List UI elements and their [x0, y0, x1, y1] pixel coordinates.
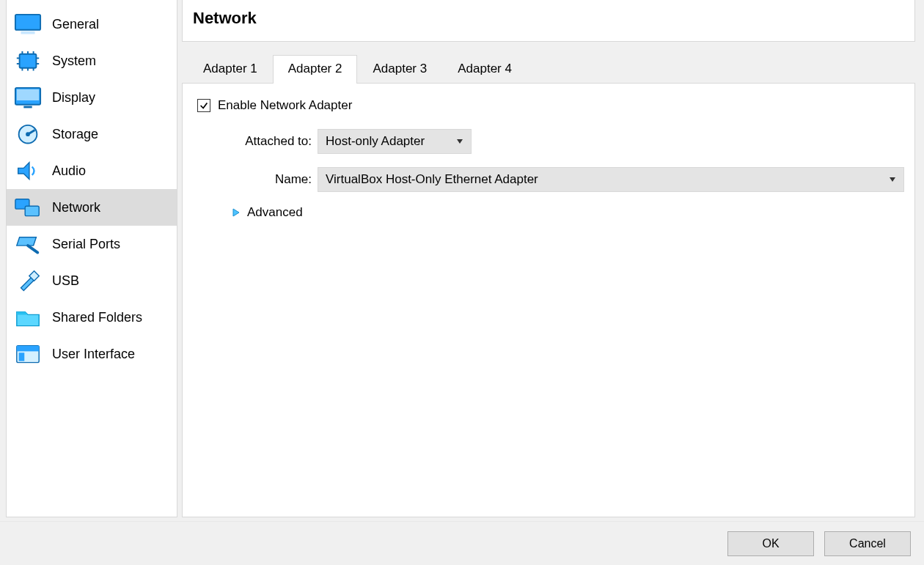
- disk-icon: [14, 123, 42, 145]
- advanced-label: Advanced: [247, 205, 303, 220]
- enable-adapter-row: Enable Network Adapter: [193, 98, 904, 113]
- chip-icon: [14, 50, 42, 72]
- speaker-icon: [14, 160, 42, 182]
- svg-rect-20: [25, 206, 39, 215]
- adapter-panel: Enable Network Adapter Attached to: Host…: [182, 83, 915, 517]
- sidebar-item-label: Serial Ports: [52, 237, 120, 252]
- name-label: Name:: [193, 172, 318, 187]
- sidebar-item-network[interactable]: Network: [7, 189, 177, 226]
- tab-adapter-3[interactable]: Adapter 3: [357, 55, 442, 84]
- svg-rect-15: [17, 89, 39, 100]
- sidebar-item-label: Storage: [52, 127, 98, 142]
- chevron-down-icon: [889, 177, 896, 182]
- usb-icon: [14, 270, 42, 292]
- tab-adapter-2[interactable]: Adapter 2: [273, 55, 358, 84]
- svg-rect-3: [20, 54, 37, 68]
- cancel-button[interactable]: Cancel: [824, 531, 911, 556]
- monitor-icon: [14, 13, 42, 35]
- settings-window: General System Display Storage: [0, 0, 924, 565]
- folder-icon: [14, 306, 42, 328]
- attached-to-label: Attached to:: [193, 134, 318, 149]
- tab-adapter-1[interactable]: Adapter 1: [188, 55, 273, 84]
- sidebar-item-audio[interactable]: Audio: [7, 152, 177, 189]
- sidebar-item-label: USB: [52, 273, 79, 289]
- sidebar-item-system[interactable]: System: [7, 43, 177, 79]
- ok-button[interactable]: OK: [727, 531, 814, 556]
- name-row: Name: VirtualBox Host-Only Ethernet Adap…: [193, 167, 904, 192]
- adapter-tabs: Adapter 1 Adapter 2 Adapter 3 Adapter 4: [182, 55, 915, 84]
- sidebar-item-label: Display: [52, 90, 95, 106]
- dialog-footer: OK Cancel: [0, 521, 924, 565]
- sidebar-item-label: General: [52, 17, 99, 32]
- attached-to-select[interactable]: Host-only Adapter: [318, 129, 472, 154]
- display-icon: [14, 86, 42, 108]
- body-area: General System Display Storage: [0, 0, 924, 517]
- svg-rect-2: [21, 32, 35, 34]
- sidebar-item-usb[interactable]: USB: [7, 262, 177, 299]
- sidebar-item-serial-ports[interactable]: Serial Ports: [7, 226, 177, 262]
- settings-sidebar: General System Display Storage: [6, 0, 177, 517]
- check-icon: [199, 100, 209, 111]
- enable-adapter-checkbox[interactable]: [197, 99, 210, 112]
- sidebar-item-label: Shared Folders: [52, 310, 142, 325]
- network-icon: [14, 196, 42, 218]
- advanced-toggle[interactable]: Advanced: [193, 205, 904, 220]
- page-title: Network: [193, 9, 904, 28]
- attached-to-row: Attached to: Host-only Adapter: [193, 129, 904, 154]
- adapter-name-value: VirtualBox Host-Only Ethernet Adapter: [326, 172, 538, 187]
- svg-rect-23: [17, 346, 39, 352]
- chevron-down-icon: [456, 139, 463, 144]
- ui-icon: [14, 343, 42, 365]
- page-header: Network: [182, 0, 915, 42]
- triangle-right-icon: [231, 207, 241, 218]
- sidebar-item-label: System: [52, 53, 96, 69]
- attached-to-value: Host-only Adapter: [326, 134, 425, 149]
- serial-icon: [14, 233, 42, 255]
- sidebar-item-display[interactable]: Display: [7, 79, 177, 116]
- sidebar-item-general[interactable]: General: [7, 6, 177, 43]
- enable-adapter-label: Enable Network Adapter: [218, 98, 352, 113]
- sidebar-item-label: Network: [52, 200, 100, 215]
- svg-rect-0: [15, 15, 40, 30]
- sidebar-item-shared-folders[interactable]: Shared Folders: [7, 299, 177, 336]
- sidebar-item-user-interface[interactable]: User Interface: [7, 336, 177, 372]
- sidebar-item-storage[interactable]: Storage: [7, 116, 177, 152]
- adapter-name-select[interactable]: VirtualBox Host-Only Ethernet Adapter: [318, 167, 904, 192]
- svg-rect-16: [23, 106, 32, 108]
- tab-adapter-4[interactable]: Adapter 4: [442, 55, 527, 84]
- sidebar-item-label: Audio: [52, 163, 86, 179]
- content-frame: Network Adapter 1 Adapter 2 Adapter 3 Ad…: [182, 0, 915, 517]
- svg-rect-24: [19, 352, 25, 361]
- sidebar-item-label: User Interface: [52, 347, 135, 362]
